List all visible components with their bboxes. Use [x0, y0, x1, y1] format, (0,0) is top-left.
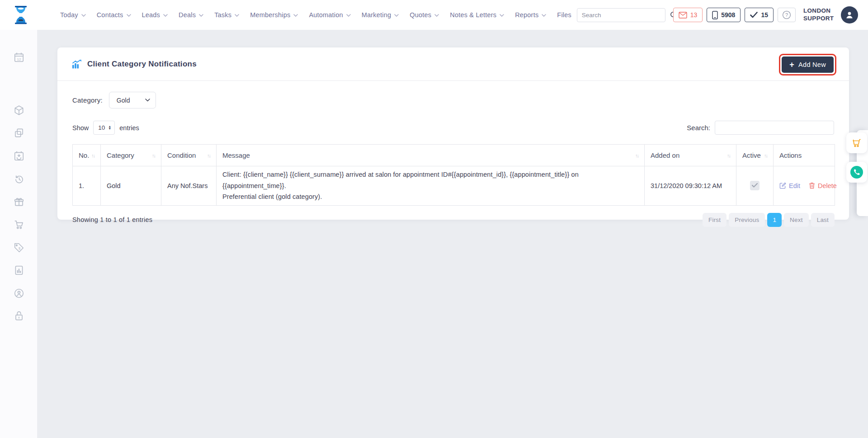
- sidebar-item-packages[interactable]: [13, 104, 25, 116]
- add-new-button[interactable]: + Add New: [782, 57, 834, 73]
- nav-item-reports[interactable]: Reports: [515, 11, 546, 19]
- topbar: Today Contacts Leads Deals Tasks Members…: [0, 0, 868, 30]
- tasks-count: 15: [761, 11, 768, 19]
- gift-icon: [13, 196, 25, 207]
- pagination-last-button[interactable]: Last: [811, 213, 835, 227]
- nav-label: Quotes: [410, 11, 431, 19]
- cart-widget-button[interactable]: [846, 132, 867, 153]
- messages-badge[interactable]: 13: [673, 8, 703, 22]
- edit-icon: [779, 182, 786, 189]
- nav-item-contacts[interactable]: Contacts: [97, 11, 131, 19]
- sidebar-item-reports[interactable]: [13, 264, 25, 276]
- user-name: LONDON SUPPORT: [803, 7, 837, 23]
- nav-item-quotes[interactable]: Quotes: [410, 11, 439, 19]
- nav-item-memberships[interactable]: Memberships: [250, 11, 298, 19]
- messages-count: 13: [690, 11, 698, 19]
- column-header-message[interactable]: Message↑↓: [217, 145, 645, 166]
- chevron-down-icon: [127, 14, 131, 17]
- chevron-down-icon: [293, 14, 298, 17]
- table-header-row: No.↑↓ Category↑↓ Condition↑↓ Message↑↓ A…: [73, 145, 835, 166]
- nav-item-deals[interactable]: Deals: [179, 11, 203, 19]
- active-checkbox[interactable]: [750, 181, 760, 190]
- message-line-2: Preferential client (gold category).: [222, 191, 638, 203]
- help-button[interactable]: ?: [778, 8, 796, 22]
- table-search: Search:: [687, 121, 834, 135]
- sidebar: 12 $: [0, 30, 37, 438]
- topbar-search-input[interactable]: [577, 12, 666, 19]
- calendar-12-icon: 12: [13, 52, 25, 63]
- sort-icon: ↑↓: [152, 153, 155, 158]
- package-icon: [13, 104, 25, 116]
- spinner-arrows-icon: ▲▼: [108, 126, 111, 130]
- show-label: Show: [72, 124, 89, 132]
- svg-text:?: ?: [785, 12, 788, 18]
- chevron-down-icon: [163, 14, 168, 17]
- nav-item-today[interactable]: Today: [60, 11, 86, 19]
- nav-label: Tasks: [214, 11, 231, 19]
- sidebar-item-history[interactable]: [13, 173, 25, 185]
- chevron-down-icon: [346, 14, 351, 17]
- category-filter-row: Category: Gold: [72, 92, 834, 108]
- nav-item-automation[interactable]: Automation: [309, 11, 350, 19]
- sidebar-item-duplicates[interactable]: [13, 127, 25, 139]
- delete-button[interactable]: Delete: [809, 182, 837, 189]
- cart-orange-icon: [851, 137, 862, 148]
- sidebar-item-gifts[interactable]: [13, 196, 25, 207]
- pagination-first-button[interactable]: First: [703, 213, 726, 227]
- column-label: Message: [222, 151, 250, 159]
- column-header-no[interactable]: No.↑↓: [73, 145, 101, 166]
- cell-added-on: 31/12/2020 09:30:12 AM: [645, 166, 736, 206]
- chevron-down-icon: [235, 14, 239, 17]
- nav-item-leads[interactable]: Leads: [142, 11, 168, 19]
- nav-item-notes-letters[interactable]: Notes & Letters: [450, 11, 504, 19]
- sidebar-item-security[interactable]: [13, 310, 25, 322]
- nav-label: Reports: [515, 11, 538, 19]
- column-header-condition[interactable]: Condition↑↓: [161, 145, 217, 166]
- nav-label: Files: [557, 11, 571, 19]
- cell-category: Gold: [101, 166, 161, 206]
- column-header-active[interactable]: Active↑↓: [736, 145, 774, 166]
- sidebar-item-discounts[interactable]: $: [13, 242, 25, 254]
- add-new-highlight-box: + Add New: [779, 54, 836, 75]
- topbar-search: [577, 8, 665, 22]
- calendar-download-icon: [13, 150, 25, 162]
- cell-condition: Any Nof.Stars: [161, 166, 217, 206]
- column-label: Category: [107, 151, 134, 159]
- pagination-next-button[interactable]: Next: [784, 213, 809, 227]
- pagination: First Previous 1 Next Last: [703, 213, 835, 227]
- help-icon: ?: [782, 10, 791, 19]
- calls-badge[interactable]: 5908: [707, 8, 741, 22]
- sidebar-item-account[interactable]: [13, 287, 25, 299]
- sidebar-item-calendar[interactable]: 12: [13, 52, 25, 63]
- phone-widget-button[interactable]: [846, 162, 867, 183]
- table-search-input[interactable]: [715, 121, 834, 135]
- column-label: Added on: [651, 151, 679, 159]
- table-controls-row: Show 10 ▲▼ entries Search:: [72, 121, 834, 135]
- hourglass-logo-icon[interactable]: [12, 4, 30, 26]
- table-search-label: Search:: [687, 124, 710, 132]
- nav-item-tasks[interactable]: Tasks: [214, 11, 239, 19]
- sidebar-item-shop[interactable]: [13, 219, 25, 231]
- nav-item-files[interactable]: Files: [557, 11, 571, 19]
- nav-label: Contacts: [97, 11, 123, 19]
- edit-label: Edit: [789, 182, 800, 189]
- edit-button[interactable]: Edit: [779, 182, 800, 189]
- pagination-page-1-button[interactable]: 1: [767, 213, 782, 227]
- nav-label: Leads: [142, 11, 160, 19]
- page-size-select[interactable]: 10 ▲▼: [93, 121, 115, 135]
- entries-label: entries: [119, 124, 139, 132]
- nav-label: Memberships: [250, 11, 290, 19]
- user-circle-icon: [13, 287, 25, 299]
- nav-item-marketing[interactable]: Marketing: [362, 11, 399, 19]
- calls-count: 5908: [721, 11, 735, 19]
- user-menu[interactable]: LONDON SUPPORT: [803, 6, 858, 24]
- cell-message: Client: {{client_name}} {{client_surname…: [217, 166, 645, 206]
- pagination-previous-button[interactable]: Previous: [729, 213, 765, 227]
- category-select[interactable]: Gold: [109, 92, 156, 108]
- page-size-value: 10: [98, 124, 105, 131]
- nav-label: Automation: [309, 11, 343, 19]
- column-header-category[interactable]: Category↑↓: [101, 145, 161, 166]
- tasks-badge[interactable]: 15: [745, 8, 774, 22]
- column-header-added-on[interactable]: Added on↑↓: [645, 145, 736, 166]
- sidebar-item-bookings[interactable]: [13, 150, 25, 162]
